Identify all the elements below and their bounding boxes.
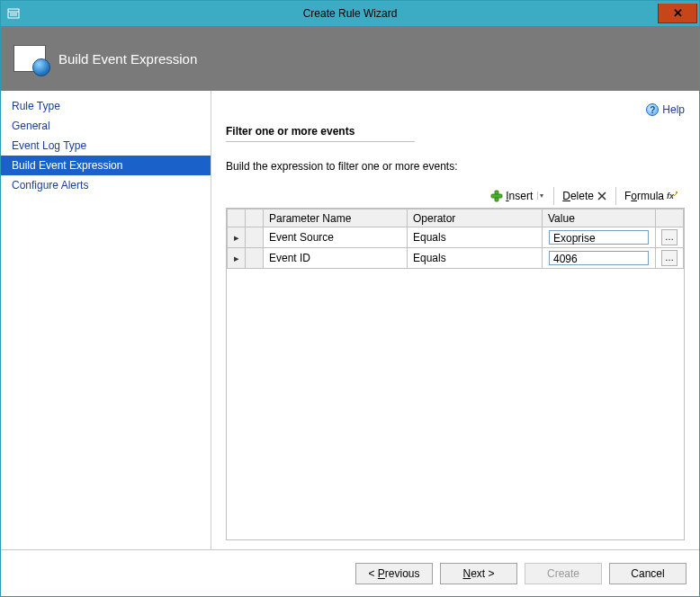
col-parameter-name[interactable]: Parameter Name <box>264 209 408 227</box>
svg-text:fx: fx <box>667 192 675 200</box>
row-expand[interactable] <box>246 248 264 269</box>
cell-value[interactable]: 4096 <box>543 248 656 269</box>
help-link[interactable]: ? Help <box>646 103 685 116</box>
next-button[interactable]: Next > <box>440 563 517 584</box>
cell-parameter-name[interactable]: Event Source <box>264 227 408 248</box>
cell-value[interactable]: Exoprise <box>543 227 656 248</box>
close-button[interactable]: ✕ <box>658 4 697 23</box>
close-icon: ✕ <box>673 6 683 20</box>
row-arrow-icon: ▸ <box>234 253 239 263</box>
row-arrow-icon: ▸ <box>234 232 239 243</box>
value-input[interactable]: Exoprise <box>549 230 649 245</box>
col-ellipsis <box>656 209 684 227</box>
header-icon <box>13 45 46 72</box>
table-row[interactable]: ▸ Event ID Equals 4096 … <box>228 248 684 269</box>
window-title: Create Rule Wizard <box>1 7 699 20</box>
plus-icon <box>490 190 503 202</box>
section-subtitle: Build the expression to filter one or mo… <box>226 160 685 173</box>
cancel-button[interactable]: Cancel <box>609 563 687 584</box>
value-input[interactable]: 4096 <box>549 251 649 265</box>
row-expand[interactable] <box>246 227 264 248</box>
cell-parameter-name[interactable]: Event ID <box>264 248 408 269</box>
help-label: Help <box>662 103 685 116</box>
grid-empty-area <box>227 269 684 540</box>
cell-operator[interactable]: Equals <box>408 227 543 248</box>
col-value[interactable]: Value <box>543 209 656 227</box>
wizard-main: ? Help Filter one or more events Build t… <box>211 91 699 549</box>
toolbar-separator <box>615 187 616 205</box>
titlebar: Create Rule Wizard ✕ <box>1 1 699 26</box>
app-icon <box>6 6 21 21</box>
delete-label: Delete <box>562 190 594 202</box>
insert-dropdown-icon[interactable]: ▾ <box>537 192 545 200</box>
insert-button[interactable]: Insert ▾ <box>487 188 549 204</box>
svg-rect-5 <box>491 194 502 198</box>
grid-toolbar: Insert ▾ Delete Formula fx <box>226 185 685 209</box>
row-selector[interactable]: ▸ <box>228 248 246 269</box>
delete-button[interactable]: Delete <box>559 188 611 204</box>
grid-corner <box>228 209 246 227</box>
help-row: ? Help <box>226 100 685 120</box>
grid-header-row: Parameter Name Operator Value <box>228 209 684 227</box>
formula-button[interactable]: Formula fx <box>621 188 683 204</box>
sidebar-item-configure-alerts[interactable]: Configure Alerts <box>1 175 211 195</box>
formula-label: Formula <box>624 190 664 202</box>
grid-corner <box>246 209 264 227</box>
toolbar-separator <box>553 187 554 205</box>
insert-label: Insert <box>506 190 533 202</box>
wizard-header: Build Event Expression <box>1 26 699 91</box>
wizard-window: Create Rule Wizard ✕ Build Event Express… <box>0 0 700 597</box>
value-browse-button[interactable]: … <box>661 229 678 245</box>
wizard-footer: < Previous Next > Create Cancel <box>1 549 699 596</box>
delete-icon <box>597 191 607 201</box>
section-title: Filter one or more events <box>226 125 415 142</box>
sidebar-item-rule-type[interactable]: Rule Type <box>1 96 211 116</box>
wizard-body: Rule Type General Event Log Type Build E… <box>1 91 699 549</box>
previous-button[interactable]: < Previous <box>355 563 433 584</box>
table-row[interactable]: ▸ Event Source Equals Exoprise … <box>228 227 684 248</box>
formula-icon: fx <box>667 190 679 202</box>
create-button: Create <box>525 563 602 584</box>
expression-grid: Parameter Name Operator Value ▸ Event So… <box>226 209 685 540</box>
sidebar-item-general[interactable]: General <box>1 116 211 136</box>
help-icon: ? <box>646 103 659 116</box>
header-title: Build Event Expression <box>58 51 197 67</box>
cell-operator[interactable]: Equals <box>408 248 543 269</box>
sidebar-item-event-log-type[interactable]: Event Log Type <box>1 136 211 156</box>
sidebar-item-build-event-expression[interactable]: Build Event Expression <box>1 156 211 175</box>
value-browse-button[interactable]: … <box>661 250 678 266</box>
row-selector[interactable]: ▸ <box>228 227 246 248</box>
wizard-sidebar: Rule Type General Event Log Type Build E… <box>1 91 211 549</box>
col-operator[interactable]: Operator <box>408 209 543 227</box>
